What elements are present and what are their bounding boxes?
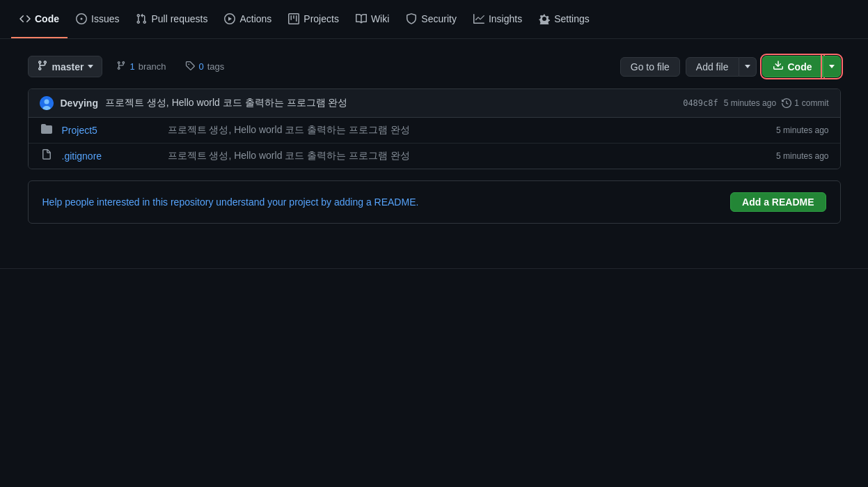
- folder-icon: [40, 123, 54, 137]
- file-commit-msg-project5: 프로젝트 생성, Hello world 코드 출력하는 프로그램 완성: [168, 124, 737, 137]
- tag-count-label: tags: [207, 61, 225, 72]
- table-row: .gitignore 프로젝트 생성, Hello world 코드 출력하는 …: [29, 144, 840, 169]
- branch-name: master: [52, 61, 84, 72]
- top-navigation: Code Issues Pull requests Actions: [0, 0, 868, 39]
- branch-count-label: branch: [139, 61, 166, 72]
- add-file-label: Add file: [696, 61, 729, 72]
- file-table: Devying 프로젝트 생성, Hello world 코드 출력하는 프로그…: [28, 88, 841, 169]
- file-icon: [40, 149, 54, 163]
- wiki-icon: [356, 13, 367, 24]
- toolbar-left: master 1 branch 0: [28, 56, 230, 77]
- branch-fork-icon: [116, 61, 126, 72]
- nav-item-settings[interactable]: Settings: [530, 0, 598, 38]
- nav-item-pull-requests[interactable]: Pull requests: [127, 0, 216, 38]
- code-chevron-button[interactable]: [823, 56, 841, 77]
- nav-label-wiki: Wiki: [371, 13, 389, 24]
- add-readme-button[interactable]: Add a README: [730, 192, 826, 212]
- nav-item-actions[interactable]: Actions: [216, 0, 280, 38]
- tag-count-number: 0: [198, 61, 203, 72]
- commit-message[interactable]: 프로젝트 생성, Hello world 코드 출력하는 프로그램 완성: [105, 97, 676, 109]
- commit-label: commit: [802, 98, 829, 108]
- nav-item-insights[interactable]: Insights: [465, 0, 530, 38]
- file-time-project5: 5 minutes ago: [745, 125, 829, 135]
- add-file-button[interactable]: Add file: [686, 57, 739, 77]
- file-commit-msg-gitignore: 프로젝트 생성, Hello world 코드 출력하는 프로그램 완성: [168, 150, 737, 162]
- code-chevron-icon: [829, 65, 835, 68]
- commit-row: Devying 프로젝트 생성, Hello world 코드 출력하는 프로그…: [29, 89, 840, 118]
- file-name-gitignore[interactable]: .gitignore: [62, 150, 159, 162]
- code-button[interactable]: Code: [762, 56, 823, 77]
- commit-author[interactable]: Devying: [61, 98, 98, 109]
- branch-icon: [37, 60, 48, 73]
- avatar: [40, 96, 54, 110]
- tag-count-link[interactable]: 0 tags: [180, 58, 230, 75]
- nav-label-actions: Actions: [239, 13, 271, 24]
- actions-icon: [224, 13, 235, 24]
- go-to-file-label: Go to file: [631, 61, 670, 72]
- commit-history-link[interactable]: 1 commit: [782, 98, 828, 108]
- code-icon: [19, 13, 31, 24]
- nav-label-pr: Pull requests: [151, 13, 207, 24]
- go-to-file-button[interactable]: Go to file: [620, 57, 680, 77]
- insights-icon: [473, 13, 484, 24]
- add-file-button-group: Add file: [686, 57, 757, 77]
- settings-icon: [539, 13, 550, 24]
- nav-item-projects[interactable]: Projects: [280, 0, 347, 38]
- toolbar-right: Go to file Add file: [620, 56, 841, 77]
- file-time-gitignore: 5 minutes ago: [745, 151, 829, 161]
- branch-count-number: 1: [129, 61, 134, 72]
- nav-label-projects: Projects: [303, 13, 339, 24]
- add-file-chevron-button[interactable]: [739, 57, 757, 77]
- code-button-label: Code: [788, 61, 812, 72]
- table-row: Project5 프로젝트 생성, Hello world 코드 출력하는 프로…: [29, 118, 840, 144]
- projects-icon: [288, 13, 299, 24]
- main-content: master 1 branch 0: [17, 39, 852, 240]
- issues-icon: [76, 13, 87, 24]
- nav-label-issues: Issues: [91, 13, 119, 24]
- nav-item-code[interactable]: Code: [11, 0, 68, 38]
- branch-count-link[interactable]: 1 branch: [111, 58, 171, 75]
- code-button-group: Code: [762, 56, 841, 77]
- repo-toolbar: master 1 branch 0: [28, 56, 841, 77]
- tag-icon: [185, 61, 195, 72]
- add-file-chevron-icon: [745, 65, 750, 68]
- download-icon: [773, 60, 784, 73]
- nav-item-security[interactable]: Security: [397, 0, 465, 38]
- bottom-divider: [0, 268, 868, 269]
- readme-banner: Help people interested in this repositor…: [28, 180, 841, 224]
- file-name-project5[interactable]: Project5: [62, 125, 159, 136]
- pr-icon: [136, 13, 147, 24]
- svg-point-1: [44, 100, 49, 105]
- nav-label-settings: Settings: [554, 13, 590, 24]
- security-icon: [406, 13, 417, 24]
- nav-label-security: Security: [421, 13, 457, 24]
- nav-label-code: Code: [35, 13, 59, 24]
- nav-item-issues[interactable]: Issues: [68, 0, 127, 38]
- readme-banner-text: Help people interested in this repositor…: [42, 196, 419, 208]
- branch-selector[interactable]: master: [28, 56, 103, 77]
- nav-item-wiki[interactable]: Wiki: [347, 0, 397, 38]
- nav-label-insights: Insights: [489, 13, 522, 24]
- commit-sha[interactable]: 0489c8f: [683, 98, 718, 108]
- commit-count: 1: [794, 98, 799, 108]
- commit-time: 5 minutes ago: [724, 98, 776, 108]
- branch-chevron-icon: [88, 65, 93, 68]
- commit-meta: 0489c8f 5 minutes ago 1 commit: [683, 98, 828, 108]
